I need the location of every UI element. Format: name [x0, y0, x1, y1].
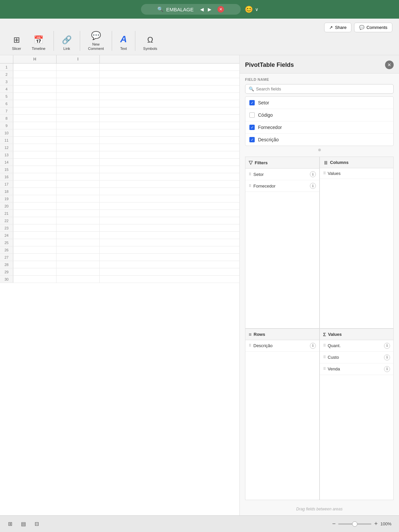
cell-h14[interactable]: [13, 159, 57, 166]
cell-i15[interactable]: [57, 166, 100, 173]
cell-i24[interactable]: [57, 232, 100, 239]
cell-h20[interactable]: [13, 202, 57, 209]
cell-i29[interactable]: [57, 268, 100, 275]
cell-i7[interactable]: [57, 107, 100, 114]
drag-handle-icon[interactable]: ⠿: [323, 355, 326, 359]
cell-h28[interactable]: [13, 261, 57, 268]
comments-button[interactable]: 💬 Comments: [354, 23, 392, 32]
table-row[interactable]: 7: [0, 107, 239, 115]
cell-h26[interactable]: [13, 246, 57, 253]
table-row[interactable]: 25: [0, 239, 239, 246]
field-list-item[interactable]: ✓ Setor: [245, 97, 393, 109]
cell-h11[interactable]: [13, 137, 57, 144]
drag-handle-icon[interactable]: ⠿: [323, 343, 326, 348]
cell-h2[interactable]: [13, 71, 57, 78]
cell-i9[interactable]: [57, 122, 100, 129]
table-row[interactable]: 15: [0, 166, 239, 173]
table-row[interactable]: 1: [0, 64, 239, 71]
cell-i14[interactable]: [57, 159, 100, 166]
cell-i17[interactable]: [57, 181, 100, 188]
field-list-item[interactable]: ✓ Descrição: [245, 134, 393, 146]
cell-h25[interactable]: [13, 239, 57, 246]
cell-i13[interactable]: [57, 151, 100, 158]
table-row[interactable]: 21: [0, 210, 239, 217]
info-icon[interactable]: ℹ: [310, 183, 316, 189]
cell-i11[interactable]: [57, 137, 100, 144]
cell-h22[interactable]: [13, 217, 57, 224]
zoom-minus-button[interactable]: −: [332, 520, 336, 527]
info-icon[interactable]: ℹ: [384, 354, 390, 360]
cell-i5[interactable]: [57, 93, 100, 100]
table-row[interactable]: 18: [0, 188, 239, 195]
table-row[interactable]: 30: [0, 276, 239, 283]
cell-i18[interactable]: [57, 188, 100, 195]
table-row[interactable]: 28: [0, 261, 239, 268]
pivot-close-button[interactable]: ✕: [385, 61, 394, 69]
list-item[interactable]: ⠿ Venda ℹ: [320, 363, 394, 375]
new-comment-tool[interactable]: 💬 NewComment: [83, 31, 109, 51]
cell-h9[interactable]: [13, 122, 57, 129]
cell-h5[interactable]: [13, 93, 57, 100]
table-row[interactable]: 16: [0, 173, 239, 181]
list-item[interactable]: ⠿ Descrição ℹ: [245, 340, 319, 352]
cell-h15[interactable]: [13, 166, 57, 173]
cell-h24[interactable]: [13, 232, 57, 239]
cell-h21[interactable]: [13, 210, 57, 217]
zoom-slider[interactable]: [338, 523, 371, 525]
cell-i20[interactable]: [57, 202, 100, 209]
table-row[interactable]: 5: [0, 93, 239, 100]
cell-i21[interactable]: [57, 210, 100, 217]
list-item[interactable]: ⠿ Setor ℹ: [245, 169, 319, 180]
table-row[interactable]: 22: [0, 217, 239, 224]
table-row[interactable]: 26: [0, 246, 239, 254]
search-box[interactable]: 🔍: [245, 84, 394, 94]
link-tool[interactable]: 🔗 Link: [57, 35, 77, 51]
cell-h10[interactable]: [13, 129, 57, 136]
nav-prev-icon[interactable]: ◀: [199, 6, 205, 13]
cell-i23[interactable]: [57, 224, 100, 231]
cell-h6[interactable]: [13, 100, 57, 107]
page-view-button[interactable]: ⊟: [32, 519, 41, 529]
table-row[interactable]: 19: [0, 195, 239, 202]
table-row[interactable]: 8: [0, 115, 239, 122]
list-item[interactable]: ⠿ Quant. ℹ: [320, 340, 394, 352]
drag-handle-icon[interactable]: ⠿: [249, 184, 251, 188]
table-row[interactable]: 11: [0, 137, 239, 144]
info-icon[interactable]: ℹ: [310, 171, 316, 177]
info-icon[interactable]: ℹ: [310, 343, 316, 349]
cell-i30[interactable]: [57, 276, 100, 283]
drag-handle-icon[interactable]: ⠿: [249, 172, 251, 177]
symbols-tool[interactable]: Ω Symbols: [138, 35, 163, 51]
grid-view-button[interactable]: ⊞: [5, 519, 15, 529]
list-view-button[interactable]: ▤: [19, 519, 28, 529]
cell-i28[interactable]: [57, 261, 100, 268]
cell-i1[interactable]: [57, 64, 100, 70]
cell-h12[interactable]: [13, 144, 57, 151]
table-row[interactable]: 17: [0, 181, 239, 188]
info-icon[interactable]: ℹ: [384, 343, 390, 349]
table-row[interactable]: 3: [0, 78, 239, 85]
list-item[interactable]: ⠿ Custo ℹ: [320, 352, 394, 363]
cell-i6[interactable]: [57, 100, 100, 107]
cell-i16[interactable]: [57, 173, 100, 180]
cell-h30[interactable]: [13, 276, 57, 283]
table-row[interactable]: 14: [0, 159, 239, 166]
cell-h8[interactable]: [13, 115, 57, 122]
cell-i27[interactable]: [57, 254, 100, 261]
slicer-tool[interactable]: ⊞ Slicer: [7, 35, 27, 51]
table-row[interactable]: 2: [0, 71, 239, 78]
search-close-button[interactable]: ✕: [217, 6, 224, 13]
table-row[interactable]: 6: [0, 100, 239, 107]
table-row[interactable]: 27: [0, 254, 239, 261]
cell-h13[interactable]: [13, 151, 57, 158]
cell-i10[interactable]: [57, 129, 100, 136]
cell-i19[interactable]: [57, 195, 100, 202]
cell-i25[interactable]: [57, 239, 100, 246]
cell-h27[interactable]: [13, 254, 57, 261]
nav-next-icon[interactable]: ▶: [206, 6, 213, 13]
zoom-plus-button[interactable]: +: [374, 520, 378, 527]
field-checkbox-1[interactable]: [249, 112, 255, 118]
cell-h7[interactable]: [13, 107, 57, 114]
drag-handle-icon[interactable]: ⠿: [249, 343, 251, 348]
list-item[interactable]: ⠿ Values: [320, 168, 394, 179]
